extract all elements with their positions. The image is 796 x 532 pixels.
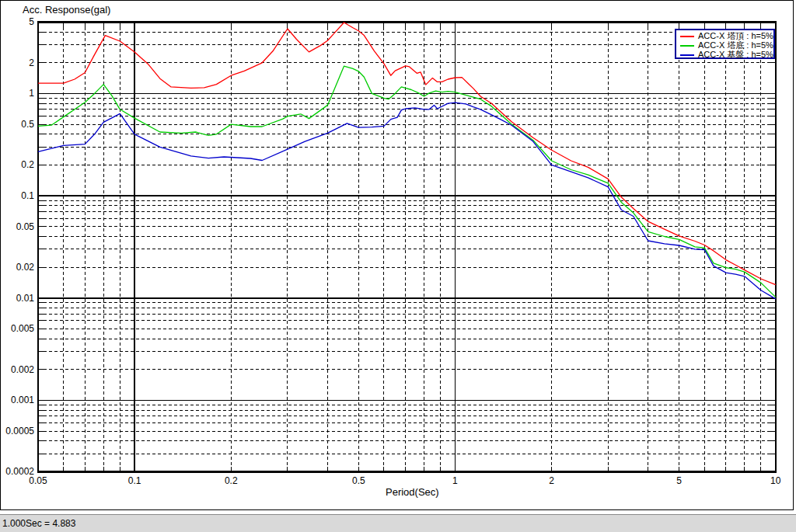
status-bar: 1.000Sec = 4.883	[0, 514, 796, 532]
legend-label: ACC-X 塔底 : h=5%	[698, 41, 773, 50]
svg-text:1: 1	[452, 475, 458, 486]
legend-item-acc-x-top: ACC-X 塔頂 : h=5%	[680, 32, 773, 40]
svg-text:0.001: 0.001	[11, 395, 34, 405]
status-bar-text: 1.000Sec = 4.883	[2, 518, 75, 529]
svg-text:0.2: 0.2	[225, 475, 238, 486]
legend-label: ACC-X 基盤 : h=5%	[698, 50, 773, 59]
svg-text:0.5: 0.5	[21, 119, 34, 130]
y-axis-title: Acc. Response(gal)	[23, 4, 110, 16]
svg-text:0.005: 0.005	[11, 323, 34, 334]
svg-text:10: 10	[770, 475, 781, 486]
response-spectrum-chart: 5210.50.20.10.050.020.010.0050.0020.0010…	[1, 1, 793, 509]
svg-text:0.1: 0.1	[21, 190, 34, 201]
application-window: { "window": { "status_text": "1.000Sec =…	[0, 0, 796, 532]
x-axis-title: Period(Sec)	[386, 486, 439, 498]
svg-text:0.02: 0.02	[16, 262, 35, 273]
chart-legend: ACC-X 塔頂 : h=5% ACC-X 塔底 : h=5% ACC-X 基盤…	[675, 29, 775, 59]
svg-text:0.01: 0.01	[16, 293, 35, 304]
svg-text:0.05: 0.05	[16, 221, 35, 232]
svg-text:0.1: 0.1	[128, 475, 141, 486]
legend-label: ACC-X 塔頂 : h=5%	[698, 32, 773, 40]
green-line-swatch	[680, 45, 694, 47]
svg-text:2: 2	[29, 57, 34, 68]
svg-text:0.002: 0.002	[11, 364, 34, 375]
svg-text:5: 5	[29, 16, 34, 27]
svg-text:5: 5	[676, 475, 682, 486]
svg-text:2: 2	[549, 475, 554, 486]
legend-item-acc-x-base: ACC-X 基盤 : h=5%	[680, 50, 773, 59]
svg-text:0.05: 0.05	[29, 475, 47, 486]
legend-item-acc-x-bottom: ACC-X 塔底 : h=5%	[680, 41, 773, 50]
svg-text:0.2: 0.2	[21, 159, 34, 170]
svg-text:0.0005: 0.0005	[5, 426, 34, 436]
red-line-swatch	[680, 36, 694, 37]
svg-text:1: 1	[29, 88, 34, 99]
chart-panel: 5210.50.20.10.050.020.010.0050.0020.0010…	[0, 0, 794, 510]
svg-text:0.5: 0.5	[352, 475, 365, 486]
blue-line-swatch	[680, 54, 694, 56]
